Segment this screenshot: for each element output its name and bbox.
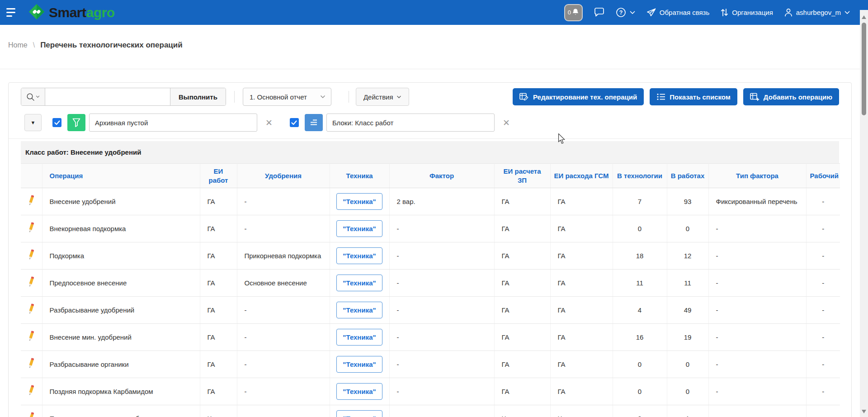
cell-operation: Подкормка <box>50 252 85 260</box>
operations-table: Операция ЕИ работ Удобрения Техника Факт… <box>21 163 840 417</box>
filter-blocks-input[interactable] <box>326 114 495 132</box>
cell-ei_rabot: ГА <box>208 252 215 260</box>
breadcrumb-separator: \ <box>33 41 35 49</box>
filter-archive-input[interactable] <box>89 114 257 132</box>
col-header-operation[interactable]: Операция <box>42 164 200 188</box>
table-row: Разбрасывание удобренийГА-"Техника"-ГАГА… <box>21 297 840 324</box>
organization-link[interactable]: Организация <box>721 8 773 17</box>
cell-ei_gsm: ГА <box>558 279 566 287</box>
filter-blocks-remove-icon[interactable]: ✕ <box>501 118 512 128</box>
cell-in_tech: 0 <box>638 360 642 368</box>
chat-button[interactable] <box>594 8 604 17</box>
edit-pencil-icon[interactable] <box>26 227 36 235</box>
filter-archive-checkbox[interactable] <box>52 118 61 127</box>
cell-operation: Внесение мин. удобрений <box>50 333 132 341</box>
tech-button[interactable]: "Техника" <box>336 356 382 373</box>
tech-button[interactable]: "Техника" <box>336 247 382 264</box>
scrollbar-up-arrow-icon[interactable] <box>862 15 866 19</box>
col-header-in-tech[interactable]: В технологии <box>613 164 667 188</box>
feedback-link[interactable]: Обратная связь <box>646 8 710 17</box>
edit-pencil-icon[interactable] <box>26 281 36 289</box>
actions-menu-button[interactable]: Действия <box>356 88 409 106</box>
search-input[interactable] <box>45 88 170 105</box>
pencil-icon <box>26 357 36 369</box>
col-header-factor[interactable]: Фактор <box>389 164 494 188</box>
col-header-ei-zp[interactable]: ЕИ расчета ЗП <box>494 164 550 188</box>
add-operation-button[interactable]: Добавить операцию <box>743 88 839 105</box>
filter-archive-remove-icon[interactable]: ✕ <box>264 118 274 128</box>
filter-divider <box>9 138 851 139</box>
list-icon <box>656 93 665 101</box>
tech-button[interactable]: "Техника" <box>336 329 382 346</box>
edit-pencil-icon[interactable] <box>26 254 36 262</box>
cell-in_tech: 0 <box>638 388 642 395</box>
table-row: Внесение мин. удобренийГА-"Техника"-ГАГА… <box>21 324 840 351</box>
toolbar-separator <box>349 91 349 103</box>
cell-worker: - <box>822 333 824 341</box>
edit-pencil-icon[interactable] <box>26 336 36 343</box>
cell-ei_zp: ГА <box>502 198 509 205</box>
col-header-worker[interactable]: Рабочий <box>806 164 840 188</box>
cell-fertilizer: - <box>245 198 247 205</box>
pencil-icon <box>26 330 36 342</box>
tech-button[interactable]: "Техника" <box>336 220 382 237</box>
filter-funnel-button[interactable] <box>67 114 85 131</box>
chevron-down-icon <box>844 11 850 14</box>
filters-dropdown-toggle[interactable]: ▼ <box>24 114 42 131</box>
chat-icon <box>594 8 604 17</box>
table-row: Разбрасывание органикиГА-"Техника"-ГАГА0… <box>21 351 840 378</box>
tech-button[interactable]: "Техника" <box>336 193 382 210</box>
scrollbar-down-arrow-icon[interactable] <box>862 410 866 413</box>
cell-operation: Разбрасывание органики <box>50 360 129 368</box>
tech-button[interactable]: "Техника" <box>336 302 382 318</box>
edit-operations-button[interactable]: Редактирование тех. операций <box>513 88 644 105</box>
col-header-fertilizer[interactable]: Удобрения <box>237 164 330 188</box>
col-header-factor-type[interactable]: Тип фактора <box>708 164 806 188</box>
tech-button[interactable]: "Техника" <box>336 275 382 291</box>
pencil-icon <box>26 222 36 233</box>
toolbar-separator <box>234 91 235 103</box>
help-menu[interactable]: ? <box>616 7 635 18</box>
edit-pencil-icon[interactable] <box>26 390 36 398</box>
cell-in_tech: 4 <box>638 306 642 314</box>
col-header-ei-rabot[interactable]: ЕИ работ <box>200 164 237 188</box>
group-by-button[interactable] <box>305 114 323 131</box>
edit-pencil-icon[interactable] <box>26 200 36 208</box>
cell-factor: - <box>397 360 399 368</box>
top-navbar: Smartagro 0 ? Обратная связь Организация <box>0 0 868 25</box>
breadcrumb-home-link[interactable]: Home <box>8 41 28 49</box>
filter-blocks-checkbox[interactable] <box>290 118 299 127</box>
cell-in_tech: 0 <box>638 415 642 417</box>
notifications-button[interactable]: 0 <box>564 4 583 21</box>
cell-ei_rabot: ГА <box>208 388 215 395</box>
pencil-icon <box>26 249 36 261</box>
tech-button[interactable]: "Техника" <box>336 410 382 417</box>
vertical-scrollbar[interactable] <box>860 10 868 417</box>
cell-ei_rabot: ГА <box>208 306 215 314</box>
cell-in_tech: 0 <box>638 225 642 232</box>
cell-fertilizer: - <box>245 360 247 368</box>
cell-factor: 2 вар. <box>397 198 415 205</box>
cell-ei_gsm: ГА <box>558 252 566 260</box>
scrollbar-thumb[interactable] <box>862 23 866 115</box>
edit-pencil-icon[interactable] <box>26 308 36 316</box>
chevron-down-icon <box>630 11 635 14</box>
col-header-in-works[interactable]: В работах <box>667 164 708 188</box>
pencil-icon <box>26 194 36 206</box>
col-header-tech[interactable]: Техника <box>330 164 389 188</box>
paper-plane-icon <box>646 8 656 17</box>
show-as-list-button[interactable]: Показать списком <box>650 88 737 105</box>
search-column-button[interactable] <box>21 88 45 105</box>
report-select[interactable]: 1. Основной отчет <box>243 88 331 106</box>
menu-hamburger-icon[interactable] <box>6 5 22 20</box>
execute-button[interactable]: Выполнить <box>170 88 226 105</box>
col-header-ei-gsm[interactable]: ЕИ расхода ГСМ <box>550 164 613 188</box>
user-menu[interactable]: ashurbegov_m <box>784 8 850 17</box>
cell-factor: - <box>397 252 399 260</box>
page-title: Перечень технологических операций <box>40 41 183 50</box>
tech-button[interactable]: "Техника" <box>336 383 382 400</box>
edit-pencil-icon[interactable] <box>26 363 36 370</box>
brand-logo[interactable]: Smartagro <box>28 3 115 22</box>
cell-operation: Внекорневая подкормка <box>50 225 126 232</box>
cell-ei_rabot: ГА <box>208 225 215 232</box>
